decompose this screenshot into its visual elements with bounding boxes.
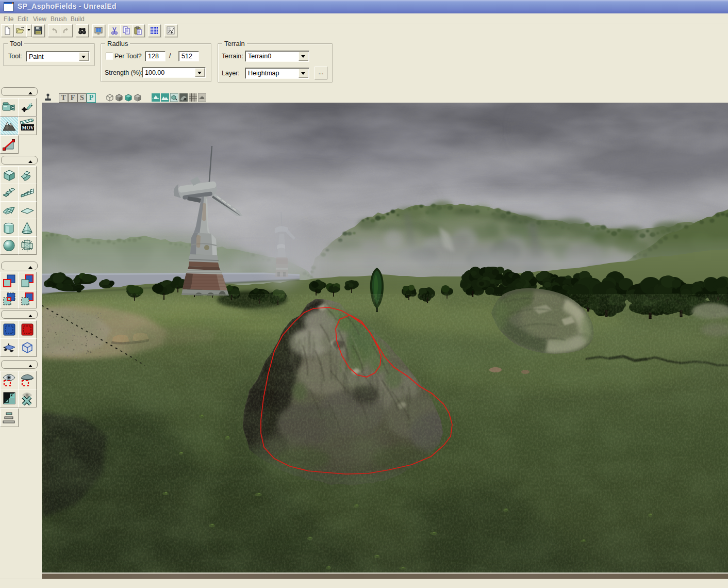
svg-text:MOV: MOV [22, 125, 34, 130]
